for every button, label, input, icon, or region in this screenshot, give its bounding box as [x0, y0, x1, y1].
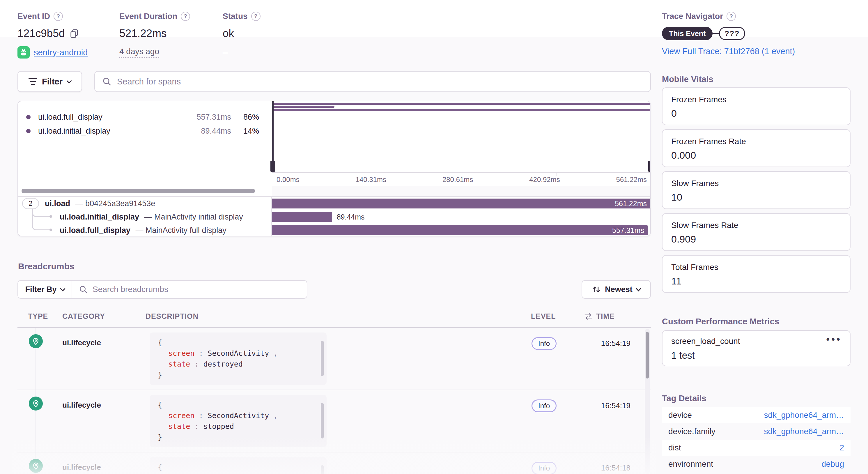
- span-search[interactable]: [94, 71, 651, 92]
- span-duration-bar[interactable]: 561.22ms: [272, 199, 650, 208]
- legend-span-name: ui.load.full_display: [38, 113, 102, 122]
- child-count-pill[interactable]: 2: [22, 198, 39, 209]
- legend-span-pct: 14%: [231, 127, 259, 136]
- breadcrumb-description-code[interactable]: { screen : SecondActivity , state : stop…: [150, 395, 327, 447]
- tag-value-link[interactable]: sdk_gphone64_arm…: [764, 411, 844, 420]
- breadcrumb-description-code[interactable]: {: [150, 457, 327, 474]
- help-icon[interactable]: ?: [251, 12, 260, 21]
- tag-value-link[interactable]: sdk_gphone64_arm…: [764, 427, 844, 436]
- table-scrollbar-thumb[interactable]: [646, 332, 649, 379]
- span-tree-row[interactable]: ui.load.initial_display — MainActivity i…: [18, 210, 651, 224]
- breadcrumb-category: ui.lifecycle: [62, 338, 101, 347]
- tag-key: device: [668, 411, 692, 420]
- code-scrollbar[interactable]: [321, 340, 324, 376]
- span-description: — b04245a3ea91453e: [75, 199, 155, 208]
- breadcrumbs-controls: Filter By: [18, 280, 307, 299]
- horizontal-scrollbar[interactable]: [22, 189, 255, 193]
- column-header-level: LEVEL: [531, 312, 556, 321]
- vital-label: Slow Frames Rate: [671, 221, 841, 230]
- custom-metric-card: screen_load_count 1 test •••: [662, 330, 850, 366]
- minimap-left-handle[interactable]: [272, 101, 274, 172]
- tag-value-link[interactable]: 2: [839, 443, 844, 452]
- axis-tick-label: 280.61ms: [442, 176, 473, 184]
- vital-card: Frozen Frames Rate 0.000: [662, 129, 850, 167]
- spans-filter-button[interactable]: Filter: [18, 71, 82, 92]
- breadcrumbs-title: Breadcrumbs: [18, 262, 74, 271]
- legend-span-duration: 89.44ms: [201, 127, 231, 136]
- axis-tick-label: 420.92ms: [529, 176, 560, 184]
- breadcrumb-row[interactable]: ui.lifecycle { screen : SecondActivity ,…: [18, 328, 651, 390]
- swap-sort-icon: [584, 313, 593, 320]
- tag-key: environment: [668, 460, 713, 469]
- event-age[interactable]: 4 days ago: [119, 47, 159, 58]
- span-duration-bar[interactable]: 557.31ms: [272, 225, 648, 235]
- table-scrollbar-track[interactable]: [645, 329, 650, 474]
- span-op: ui.load: [45, 199, 70, 208]
- tag-value-link[interactable]: debug: [822, 460, 844, 469]
- help-icon[interactable]: ?: [181, 12, 190, 21]
- vital-label: Total Frames: [671, 263, 841, 272]
- breadcrumb-row[interactable]: ui.lifecycle { screen : SecondActivity ,…: [18, 390, 651, 452]
- mobile-vitals-title: Mobile Vitals: [662, 75, 713, 84]
- event-id-stat: Event ID ? 121c9b5d sentry-android: [18, 12, 88, 59]
- tag-details-list: device sdk_gphone64_arm… device.family s…: [662, 407, 850, 472]
- axis-tick-label: 0.00ms: [277, 176, 300, 184]
- column-header-category: CATEGORY: [62, 312, 105, 321]
- ellipsis-menu-icon[interactable]: •••: [826, 334, 842, 345]
- column-header-time[interactable]: TIME: [584, 312, 615, 321]
- breadcrumb-description-code[interactable]: { screen : SecondActivity , state : dest…: [150, 332, 327, 385]
- project-link[interactable]: sentry-android: [34, 48, 88, 57]
- vital-value: 0: [671, 108, 841, 119]
- vital-card: Frozen Frames 0: [662, 87, 850, 125]
- filter-button-label: Filter: [42, 77, 63, 86]
- minimap-span-bar: [274, 103, 651, 105]
- breadcrumb-category: ui.lifecycle: [62, 463, 101, 472]
- chevron-down-icon: [66, 78, 72, 83]
- copy-icon[interactable]: [69, 28, 80, 39]
- vital-label: Slow Frames: [671, 179, 841, 188]
- vital-label: Frozen Frames: [671, 95, 841, 104]
- span-duration-bar[interactable]: 89.44ms: [272, 212, 332, 222]
- status-stat: Status ? ok –: [223, 12, 260, 59]
- minimap-span-bar: [274, 106, 335, 108]
- column-header-type: TYPE: [28, 312, 48, 321]
- code-scrollbar[interactable]: [321, 465, 324, 474]
- breadcrumbs-search[interactable]: [72, 281, 307, 298]
- metric-value: 1 test: [671, 350, 841, 361]
- event-duration-label: Event Duration: [119, 12, 177, 21]
- event-duration-value: 521.22ms: [119, 27, 167, 39]
- legend-row[interactable]: ui.load.full_display 557.31ms 86%: [18, 110, 272, 124]
- search-icon: [79, 285, 88, 294]
- trace-minimap[interactable]: 0.00ms 140.31ms 280.61ms 420.92ms 561.22…: [272, 101, 651, 186]
- tag-key: dist: [668, 443, 681, 452]
- breadcrumb-row[interactable]: ui.lifecycle { Info 16:54:18: [18, 452, 651, 474]
- span-tree-row[interactable]: 2 ui.load — b04245a3ea91453e 561.22ms: [18, 197, 651, 210]
- level-badge: Info: [531, 399, 557, 412]
- vital-value: 10: [671, 191, 841, 203]
- legend-row[interactable]: ui.load.initial_display 89.44ms 14%: [18, 124, 272, 138]
- minimap-right-handle[interactable]: [650, 101, 651, 172]
- axis-tick-label: 140.31ms: [356, 176, 386, 184]
- level-badge: Info: [531, 462, 557, 474]
- details-sidebar: Mobile Vitals Frozen Frames 0 Frozen Fra…: [662, 0, 850, 474]
- span-tree-row[interactable]: ui.load.full_display — MainActivity full…: [18, 224, 651, 236]
- vital-value: 0.000: [671, 150, 841, 161]
- span-color-dot: [26, 129, 31, 134]
- metric-name: screen_load_count: [671, 336, 841, 346]
- breadcrumbs-search-input[interactable]: [93, 285, 300, 294]
- time-axis: 0.00ms 140.31ms 280.61ms 420.92ms 561.22…: [272, 172, 651, 186]
- event-id-value: 121c9b5d: [18, 27, 65, 39]
- breadcrumbs-sort-button[interactable]: Newest: [582, 280, 651, 299]
- event-id-label: Event ID: [18, 12, 50, 21]
- span-waterfall-panel: ui.load.full_display 557.31ms 86% ui.loa…: [18, 101, 651, 236]
- help-icon[interactable]: ?: [54, 12, 63, 21]
- code-scrollbar[interactable]: [321, 403, 324, 439]
- tag-row: dist 2: [662, 440, 850, 456]
- span-duration-label: 561.22ms: [615, 199, 647, 208]
- span-search-input[interactable]: [117, 77, 643, 86]
- breadcrumbs-filter-by-button[interactable]: Filter By: [18, 281, 72, 298]
- span-description: — MainActivity full display: [136, 226, 226, 235]
- axis-tick-label: 561.22ms: [616, 176, 647, 184]
- filter-icon: [29, 78, 37, 85]
- minimap-area[interactable]: [272, 101, 651, 172]
